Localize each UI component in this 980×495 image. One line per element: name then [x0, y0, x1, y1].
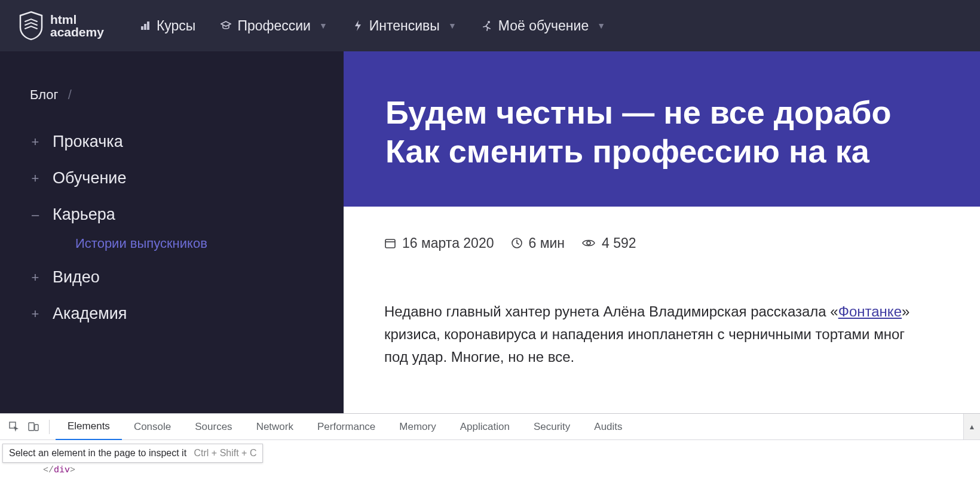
sidebar-item-label: Обучение	[53, 169, 126, 187]
meta-date: 16 марта 2020	[384, 235, 494, 251]
tooltip-shortcut: Ctrl + Shift + C	[194, 448, 257, 458]
graduation-icon	[220, 21, 231, 30]
code-tagname: div	[54, 465, 70, 475]
nav-professions[interactable]: Профессии ▼	[220, 18, 327, 34]
lightning-icon	[353, 20, 363, 31]
paragraph: Недавно главный хантер рунета Алёна Влад…	[384, 300, 980, 369]
tab-console[interactable]: Console	[122, 414, 183, 439]
article: Будем честны — не все дорабо Как сменить…	[344, 51, 980, 413]
logo[interactable]: html academy	[18, 11, 104, 41]
title-line-1: Будем честны — не все дорабо	[385, 94, 891, 130]
breadcrumb: Блог /	[30, 87, 344, 103]
tab-audits[interactable]: Audits	[582, 414, 634, 439]
calendar-icon	[384, 237, 396, 249]
nav-label: Курсы	[157, 18, 195, 34]
devtools-code-line: </div>	[0, 463, 980, 475]
meta-date-value: 16 марта 2020	[402, 235, 494, 251]
top-navbar: html academy Курсы Профессии ▼ Интенсивы…	[0, 0, 980, 51]
sidebar: Блог / + Прокачка + Обучение – Карьера И…	[0, 51, 344, 413]
meta-views-value: 4 592	[602, 235, 636, 251]
text-run: под удар. Многие, но не все.	[384, 349, 574, 365]
nav-label: Интенсивы	[369, 18, 440, 34]
plus-icon: +	[30, 270, 41, 285]
code-bracket: </	[43, 465, 54, 475]
tab-network[interactable]: Network	[244, 414, 305, 439]
user-running-icon	[482, 20, 492, 31]
text-run: »	[902, 303, 909, 319]
logo-shield-icon	[18, 11, 44, 41]
svg-point-3	[488, 21, 490, 23]
toggle-device-button[interactable]	[24, 417, 43, 436]
svg-rect-9	[29, 423, 34, 431]
article-body: Недавно главный хантер рунета Алёна Влад…	[344, 251, 980, 369]
nav-courses[interactable]: Курсы	[140, 18, 195, 34]
svg-rect-1	[144, 24, 146, 30]
page-body: Блог / + Прокачка + Обучение – Карьера И…	[0, 51, 980, 413]
title-line-2: Как сменить профессию на ка	[385, 133, 869, 169]
chevron-down-icon: ▼	[597, 21, 605, 30]
meta-readtime: 6 мин	[511, 235, 565, 251]
inspect-element-button[interactable]	[5, 417, 24, 436]
sidebar-item-prokachka[interactable]: + Прокачка	[30, 133, 344, 151]
sidebar-item-obuchenie[interactable]: + Обучение	[30, 169, 344, 187]
tab-elements[interactable]: Elements	[56, 414, 122, 440]
article-meta: 16 марта 2020 6 мин 4 592	[344, 207, 980, 251]
tab-performance[interactable]: Performance	[305, 414, 387, 439]
divider	[49, 420, 50, 434]
sidebar-sublist: Истории выпускников	[75, 236, 344, 251]
logo-text-line1: html	[50, 13, 104, 26]
svg-rect-2	[147, 21, 149, 30]
tooltip-text: Select an element in the page to inspect…	[9, 448, 186, 458]
eye-icon	[581, 237, 596, 249]
devtools-panel: Elements Console Sources Network Perform…	[0, 413, 980, 495]
breadcrumb-sep: /	[68, 87, 72, 102]
meta-readtime-value: 6 мин	[529, 235, 565, 251]
tab-application[interactable]: Application	[448, 414, 522, 439]
text-run: кризиса, коронавируса и нападения инопла…	[384, 326, 905, 342]
text-run: Недавно главный хантер рунета Алёна Влад…	[384, 303, 838, 319]
sidebar-item-label: Видео	[53, 268, 100, 287]
svg-rect-4	[385, 239, 395, 248]
sidebar-item-video[interactable]: + Видео	[30, 268, 344, 287]
plus-icon: +	[30, 171, 41, 186]
link-fontanka[interactable]: Фонтанке	[838, 303, 902, 319]
minus-icon: –	[30, 207, 41, 223]
chevron-down-icon: ▼	[319, 21, 327, 30]
sidebar-item-label: Академия	[53, 305, 127, 323]
svg-rect-0	[141, 26, 143, 30]
breadcrumb-root[interactable]: Блог	[30, 87, 59, 102]
tab-security[interactable]: Security	[522, 414, 582, 439]
sidebar-item-karyera[interactable]: – Карьера	[30, 205, 344, 224]
inspect-tooltip: Select an element in the page to inspect…	[2, 444, 263, 463]
sidebar-list: + Прокачка + Обучение – Карьера Истории …	[30, 133, 344, 323]
tab-sources[interactable]: Sources	[183, 414, 244, 439]
plus-icon: +	[30, 134, 41, 150]
nav-items: Курсы Профессии ▼ Интенсивы ▼ Моё обучен…	[140, 18, 605, 34]
svg-point-7	[587, 241, 590, 245]
svg-rect-10	[35, 425, 38, 431]
nav-label: Профессии	[237, 18, 311, 34]
bars-icon	[140, 21, 151, 30]
sidebar-item-akademiya[interactable]: + Академия	[30, 305, 344, 323]
article-title: Будем честны — не все дорабо Как сменить…	[385, 93, 980, 171]
scrollbar-up-icon[interactable]: ▲	[963, 414, 980, 439]
nav-my-learning[interactable]: Моё обучение ▼	[482, 18, 605, 34]
sidebar-item-label: Прокачка	[53, 133, 123, 151]
meta-views: 4 592	[581, 235, 636, 251]
sidebar-subitem-istorii[interactable]: Истории выпускников	[75, 236, 344, 251]
logo-text: html academy	[50, 13, 104, 38]
devtools-tooltip-row: Select an element in the page to inspect…	[0, 440, 980, 463]
tab-memory[interactable]: Memory	[387, 414, 448, 439]
chevron-down-icon: ▼	[448, 21, 457, 30]
article-hero: Будем честны — не все дорабо Как сменить…	[344, 51, 980, 207]
plus-icon: +	[30, 306, 41, 322]
clock-icon	[511, 237, 523, 249]
sidebar-item-label: Карьера	[53, 205, 115, 224]
nav-intensives[interactable]: Интенсивы ▼	[353, 18, 457, 34]
logo-text-line2: academy	[50, 26, 104, 38]
nav-label: Моё обучение	[498, 18, 589, 34]
devtools-tabbar: Elements Console Sources Network Perform…	[0, 414, 980, 440]
code-bracket: >	[70, 465, 75, 475]
